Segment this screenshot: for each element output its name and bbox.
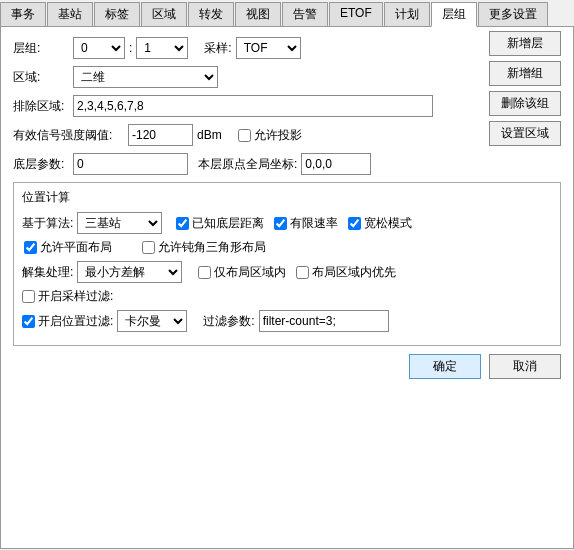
tab-biaoqian[interactable]: 标签 bbox=[94, 2, 140, 26]
zone-row: 区域: 二维 三维 bbox=[13, 66, 561, 88]
solve-select[interactable]: 最小方差解 最大方差解 bbox=[77, 261, 182, 283]
tab-gaojing[interactable]: 告警 bbox=[282, 2, 328, 26]
delete-group-button[interactable]: 删除该组 bbox=[489, 91, 561, 116]
pos-filter-row: 开启位置过滤: 卡尔曼 均值 过滤参数: bbox=[22, 310, 552, 332]
solve-row: 解集处理: 最小方差解 最大方差解 仅布局区域内 布局区域内优先 bbox=[22, 261, 552, 283]
tab-shitu[interactable]: 视图 bbox=[235, 2, 281, 26]
new-layer-button[interactable]: 新增层 bbox=[489, 31, 561, 56]
allow-projection-checkbox-label[interactable]: 允许投影 bbox=[238, 127, 302, 144]
tab-jihua[interactable]: 计划 bbox=[384, 2, 430, 26]
limited-rate-text: 有限速率 bbox=[290, 215, 338, 232]
filter-param-input[interactable] bbox=[259, 310, 389, 332]
signal-unit: dBm bbox=[197, 128, 222, 142]
loose-mode-label[interactable]: 宽松模式 bbox=[348, 215, 412, 232]
limited-rate-checkbox[interactable] bbox=[274, 217, 287, 230]
main-content: 新增层 新增组 删除该组 设置区域 层组: 0 : 1 采样: TOF RSSI… bbox=[0, 27, 574, 549]
zone-select[interactable]: 二维 三维 bbox=[73, 66, 218, 88]
allow-obtuse-text: 允许钝角三角形布局 bbox=[158, 239, 266, 256]
layer-select-2[interactable]: 1 bbox=[136, 37, 188, 59]
tab-quyu[interactable]: 区域 bbox=[141, 2, 187, 26]
right-buttons: 新增层 新增组 删除该组 设置区域 bbox=[489, 31, 561, 146]
set-zone-button[interactable]: 设置区域 bbox=[489, 121, 561, 146]
allow-projection-label: 允许投影 bbox=[254, 127, 302, 144]
allow-plane-text: 允许平面布局 bbox=[40, 239, 112, 256]
loose-mode-text: 宽松模式 bbox=[364, 215, 412, 232]
cancel-button[interactable]: 取消 bbox=[489, 354, 561, 379]
origin-input[interactable] bbox=[301, 153, 371, 175]
layout-priority-text: 布局区域内优先 bbox=[312, 264, 396, 281]
floor-label: 底层参数: bbox=[13, 156, 73, 173]
tab-cengzu[interactable]: 层组 bbox=[431, 2, 477, 27]
origin-label: 本层原点全局坐标: bbox=[198, 156, 297, 173]
solve-label: 解集处理: bbox=[22, 264, 73, 281]
allow-plane-label[interactable]: 允许平面布局 bbox=[24, 239, 112, 256]
algo-label: 基于算法: bbox=[22, 215, 73, 232]
sample-filter-checkbox[interactable] bbox=[22, 290, 35, 303]
known-floor-checkbox[interactable] bbox=[176, 217, 189, 230]
exclude-row: 排除区域: 2,3,4,5,6,7,8 bbox=[13, 95, 561, 117]
floor-row: 底层参数: 本层原点全局坐标: bbox=[13, 153, 561, 175]
layer-divider: : bbox=[129, 41, 132, 55]
known-floor-label[interactable]: 已知底层距离 bbox=[176, 215, 264, 232]
plane-row: 允许平面布局 允许钝角三角形布局 bbox=[22, 239, 552, 256]
pos-filter-text: 开启位置过滤: bbox=[38, 313, 113, 330]
signal-input[interactable] bbox=[128, 124, 193, 146]
zone-label: 区域: bbox=[13, 69, 73, 86]
loose-mode-checkbox[interactable] bbox=[348, 217, 361, 230]
layout-priority-label[interactable]: 布局区域内优先 bbox=[296, 264, 396, 281]
algo-select[interactable]: 三基站 最小方差解 bbox=[77, 212, 162, 234]
in-layout-checkbox[interactable] bbox=[198, 266, 211, 279]
layer-select-1[interactable]: 0 bbox=[73, 37, 125, 59]
tab-bar: 事务 基站 标签 区域 转发 视图 告警 ETOF 计划 层组 更多设置 bbox=[0, 0, 574, 27]
limited-rate-label[interactable]: 有限速率 bbox=[274, 215, 338, 232]
exclude-label: 排除区域: bbox=[13, 98, 73, 115]
allow-projection-checkbox[interactable] bbox=[238, 129, 251, 142]
tab-more[interactable]: 更多设置 bbox=[478, 2, 548, 26]
new-group-button[interactable]: 新增组 bbox=[489, 61, 561, 86]
tab-jizhan[interactable]: 基站 bbox=[47, 2, 93, 26]
sample-filter-text: 开启采样过滤: bbox=[38, 288, 113, 305]
in-layout-label[interactable]: 仅布局区域内 bbox=[198, 264, 286, 281]
layout-priority-checkbox[interactable] bbox=[296, 266, 309, 279]
filter-type-select[interactable]: 卡尔曼 均值 bbox=[117, 310, 187, 332]
position-section: 位置计算 基于算法: 三基站 最小方差解 已知底层距离 有限速率 宽松模式 bbox=[13, 182, 561, 346]
sample-select[interactable]: TOF RSSI bbox=[236, 37, 301, 59]
layer-row: 层组: 0 : 1 采样: TOF RSSI bbox=[13, 37, 561, 59]
in-layout-text: 仅布局区域内 bbox=[214, 264, 286, 281]
layer-label: 层组: bbox=[13, 40, 73, 57]
algo-row: 基于算法: 三基站 最小方差解 已知底层距离 有限速率 宽松模式 bbox=[22, 212, 552, 234]
sample-filter-label[interactable]: 开启采样过滤: bbox=[22, 288, 113, 305]
filter-param-label: 过滤参数: bbox=[203, 313, 254, 330]
pos-filter-label[interactable]: 开启位置过滤: bbox=[22, 313, 113, 330]
sample-label: 采样: bbox=[204, 40, 231, 57]
sample-filter-row: 开启采样过滤: bbox=[22, 288, 552, 305]
allow-obtuse-label[interactable]: 允许钝角三角形布局 bbox=[142, 239, 266, 256]
pos-filter-checkbox[interactable] bbox=[22, 315, 35, 328]
floor-input[interactable] bbox=[73, 153, 188, 175]
footer-buttons: 确定 取消 bbox=[13, 354, 561, 379]
exclude-input[interactable]: 2,3,4,5,6,7,8 bbox=[73, 95, 433, 117]
tab-zhuanfa[interactable]: 转发 bbox=[188, 2, 234, 26]
signal-row: 有效信号强度阈值: dBm 允许投影 bbox=[13, 124, 561, 146]
tab-shiwu[interactable]: 事务 bbox=[0, 2, 46, 26]
position-title: 位置计算 bbox=[22, 189, 552, 206]
signal-label: 有效信号强度阈值: bbox=[13, 127, 128, 144]
allow-plane-checkbox[interactable] bbox=[24, 241, 37, 254]
tab-etof[interactable]: ETOF bbox=[329, 2, 383, 26]
confirm-button[interactable]: 确定 bbox=[409, 354, 481, 379]
known-floor-text: 已知底层距离 bbox=[192, 215, 264, 232]
allow-obtuse-checkbox[interactable] bbox=[142, 241, 155, 254]
